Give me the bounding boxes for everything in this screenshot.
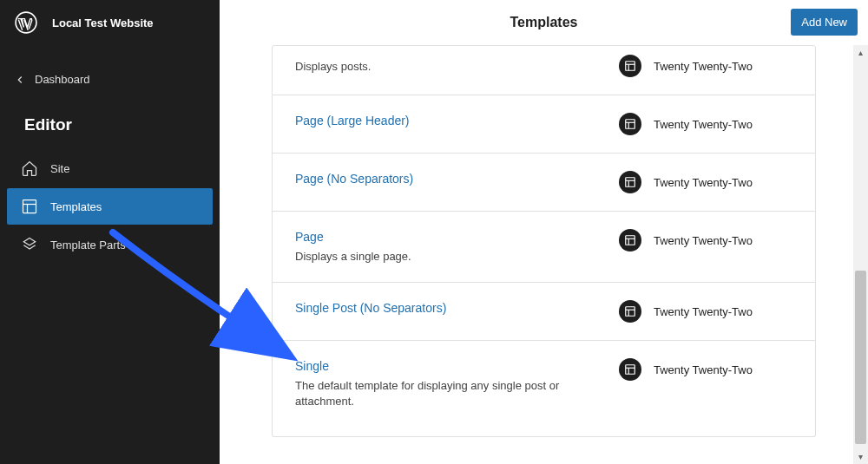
template-theme: Twenty Twenty-Two [619, 171, 792, 193]
layout-icon [619, 171, 641, 193]
wordpress-logo-icon[interactable] [14, 10, 38, 35]
add-new-button[interactable]: Add New [791, 9, 858, 36]
svg-rect-4 [626, 62, 635, 71]
layout-icon [619, 113, 641, 135]
sidebar: Local Test Website Dashboard Editor Site… [0, 0, 220, 464]
template-theme: Twenty Twenty-Two [619, 229, 792, 252]
template-info: Page (Large Header) [295, 113, 619, 128]
layout-icon [21, 198, 38, 215]
template-theme: Twenty Twenty-Two [619, 300, 792, 323]
template-title-link[interactable]: Page (No Separators) [295, 172, 413, 186]
template-description: The default template for displaying any … [295, 378, 602, 409]
dashboard-label: Dashboard [35, 73, 90, 86]
svg-rect-7 [626, 120, 635, 129]
main-content: Templates Add New Displays posts. Twenty… [220, 0, 868, 464]
template-row: Page Displays a single page. Twenty Twen… [272, 212, 816, 283]
chevron-left-icon [14, 74, 26, 86]
home-icon [21, 160, 38, 177]
sidebar-item-label: Site [50, 162, 69, 175]
sidebar-item-template-parts[interactable]: Template Parts [7, 226, 213, 263]
svg-rect-19 [626, 365, 635, 375]
theme-name: Twenty Twenty-Two [654, 305, 753, 318]
template-theme: Twenty Twenty-Two [619, 113, 792, 135]
theme-name: Twenty Twenty-Two [654, 118, 753, 131]
sidebar-item-templates[interactable]: Templates [7, 188, 213, 225]
template-theme: Twenty Twenty-Two [619, 55, 792, 77]
template-info: Displays posts. [295, 55, 619, 75]
template-description: Displays posts. [295, 59, 602, 75]
template-title-link[interactable]: Page [295, 230, 324, 244]
template-title-link[interactable]: Single Post (No Separators) [295, 301, 446, 315]
symbol-icon [21, 236, 38, 253]
svg-rect-16 [626, 307, 635, 317]
template-info: Single The default template for displayi… [295, 358, 619, 409]
template-row: Page (No Separators) Twenty Twenty-Two [272, 154, 816, 212]
layout-icon [619, 358, 641, 381]
theme-name: Twenty Twenty-Two [654, 363, 753, 376]
scroll-up-icon[interactable]: ▴ [853, 45, 868, 60]
template-description: Displays a single page. [295, 249, 602, 265]
template-row: Displays posts. Twenty Twenty-Two [272, 45, 816, 95]
template-row: Page (Large Header) Twenty Twenty-Two [272, 95, 816, 154]
layout-icon [619, 229, 641, 252]
template-row: Single Post (No Separators) Twenty Twent… [272, 283, 816, 341]
template-theme: Twenty Twenty-Two [619, 358, 792, 381]
sidebar-item-label: Templates [50, 200, 102, 213]
template-title-link[interactable]: Single [295, 359, 329, 373]
layout-icon [619, 300, 641, 323]
layout-icon [619, 55, 641, 77]
svg-rect-1 [23, 200, 36, 213]
sidebar-nav: Site Templates Template Parts [0, 147, 220, 268]
theme-name: Twenty Twenty-Two [654, 234, 753, 247]
theme-name: Twenty Twenty-Two [654, 60, 753, 73]
scrollbar-thumb[interactable] [855, 271, 866, 444]
site-title[interactable]: Local Test Website [52, 16, 154, 29]
sidebar-item-site[interactable]: Site [7, 150, 213, 186]
svg-rect-13 [626, 236, 635, 245]
template-list: Displays posts. Twenty Twenty-Two Page (… [272, 45, 816, 437]
template-info: Page Displays a single page. [295, 229, 619, 265]
sidebar-header: Local Test Website [0, 0, 220, 45]
theme-name: Twenty Twenty-Two [654, 176, 753, 189]
vertical-scrollbar[interactable]: ▴ ▾ [853, 45, 868, 464]
topbar: Templates Add New [220, 0, 868, 45]
sidebar-item-label: Template Parts [50, 239, 126, 252]
editor-heading: Editor [0, 100, 220, 147]
template-info: Page (No Separators) [295, 171, 619, 186]
template-row: Single The default template for displayi… [272, 341, 816, 436]
template-info: Single Post (No Separators) [295, 300, 619, 316]
template-title-link[interactable]: Page (Large Header) [295, 114, 410, 127]
svg-rect-10 [626, 178, 635, 187]
page-title: Templates [510, 15, 578, 30]
content-area: Displays posts. Twenty Twenty-Two Page (… [220, 45, 868, 464]
scroll-down-icon[interactable]: ▾ [853, 449, 868, 464]
dashboard-back-link[interactable]: Dashboard [0, 59, 220, 100]
